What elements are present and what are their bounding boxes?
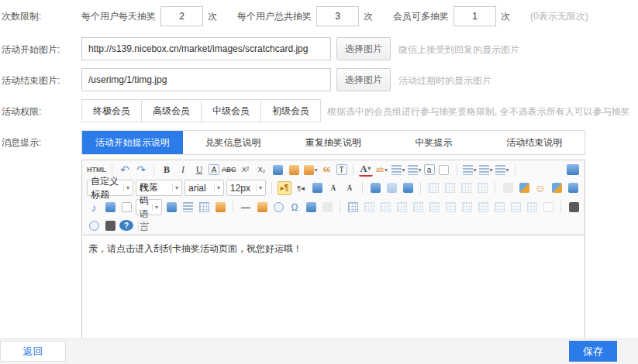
strikethrough-icon[interactable]: ABC <box>222 163 236 177</box>
columns-icon[interactable] <box>197 201 211 215</box>
anchor-icon[interactable] <box>401 181 415 195</box>
paste-icon[interactable] <box>136 218 150 232</box>
video-icon-glyph <box>568 183 578 193</box>
map-icon[interactable] <box>164 201 178 215</box>
print-icon[interactable] <box>567 201 581 215</box>
message-tab-4[interactable]: 活动结束说明 <box>484 131 585 154</box>
limit-field-input-1[interactable] <box>316 6 359 26</box>
border-text-icon[interactable]: A <box>209 164 219 175</box>
search-replace-icon[interactable] <box>103 218 117 232</box>
highlight-color-icon[interactable]: ab▾ <box>375 163 389 177</box>
unlink-icon[interactable] <box>385 181 398 195</box>
message-tab-2[interactable]: 重复抽奖说明 <box>283 131 384 154</box>
limit-field-0: 每个用户每天抽奖次 <box>81 6 237 26</box>
ordered-list-icon[interactable]: ▾ <box>391 163 405 177</box>
member-option-2[interactable]: 中级会员 <box>201 99 261 122</box>
superscript-icon[interactable]: X² <box>239 163 253 177</box>
save-button[interactable]: 保存 <box>569 341 617 362</box>
limit-field-input-0[interactable] <box>160 6 203 26</box>
split-col-icon[interactable] <box>525 201 539 215</box>
style-select[interactable]: 自定义标题▾ <box>87 180 133 196</box>
music-icon[interactable]: ♪ <box>87 201 101 215</box>
paragraph-format-icon[interactable] <box>310 181 324 195</box>
unordered-list-icon[interactable]: ▾ <box>408 163 422 177</box>
split-row-icon[interactable] <box>509 201 522 215</box>
code-language-select[interactable]: 代码语言▾ <box>136 199 162 215</box>
insert-table-icon[interactable] <box>346 201 360 215</box>
snapshot-icon[interactable] <box>213 201 227 215</box>
start-image-input[interactable] <box>81 37 331 60</box>
paragraph-spacing-icon[interactable]: ▾ <box>479 163 493 177</box>
font-size-select[interactable]: 12px▾ <box>226 180 266 196</box>
message-tab-1[interactable]: 兑奖信息说明 <box>183 131 284 154</box>
auto-typeset-icon[interactable]: ▾ <box>304 163 318 177</box>
lowercase-icon[interactable]: Ǎ <box>343 181 357 195</box>
fullscreen-icon[interactable] <box>566 163 580 177</box>
indent-icon[interactable]: ▾ <box>463 163 477 177</box>
doc-template-icon[interactable] <box>541 201 555 215</box>
anchor-text-icon[interactable]: a <box>424 164 435 175</box>
paste-text-icon[interactable]: T <box>336 164 347 175</box>
chart-icon[interactable] <box>304 201 318 215</box>
merge-right-icon[interactable] <box>460 201 474 215</box>
message-tab-0[interactable]: 活动开始提示说明 <box>82 131 183 154</box>
uppercase-icon[interactable]: Â <box>326 181 340 195</box>
image-inline-icon[interactable] <box>443 181 457 195</box>
insert-frame-icon[interactable] <box>119 201 133 215</box>
start-image-pick-button[interactable]: 选择图片 <box>336 37 391 60</box>
blank-doc-icon[interactable] <box>437 163 451 177</box>
insert-image-icon-glyph <box>519 183 529 193</box>
font-color-icon[interactable]: A▾ <box>359 163 373 177</box>
eraser-icon[interactable] <box>271 163 285 177</box>
redo-icon[interactable]: ↷ <box>134 163 148 177</box>
delete-col-icon[interactable] <box>427 201 441 215</box>
time-icon[interactable] <box>271 201 285 215</box>
row-permission: 活动权限: 终极会员高级会员中级会员初级会员 根据选中的会员组进行参与抽奖资格限… <box>2 99 638 122</box>
attachment-icon[interactable] <box>103 201 117 215</box>
link-icon[interactable] <box>368 181 382 195</box>
toolbar-separator <box>495 182 495 194</box>
image-block-icon[interactable] <box>475 181 489 195</box>
merge-cells-icon[interactable] <box>443 201 457 215</box>
help-icon[interactable]: ? <box>119 220 133 231</box>
member-option-3[interactable]: 初级会员 <box>260 99 321 122</box>
rtl-icon[interactable]: ¶◂ <box>294 181 308 195</box>
insert-row-icon[interactable] <box>378 201 392 215</box>
delete-row-icon[interactable] <box>411 201 425 215</box>
line-height-icon[interactable]: ▾ <box>495 163 509 177</box>
blockquote-icon[interactable]: 66 <box>320 163 334 177</box>
image-align-right-icon[interactable] <box>459 181 473 195</box>
preview-icon[interactable] <box>87 218 101 232</box>
emoticon-icon[interactable]: ☺ <box>533 181 547 195</box>
member-option-0[interactable]: 终极会员 <box>81 99 142 122</box>
delete-table-icon[interactable] <box>362 201 376 215</box>
subscript-icon[interactable]: X₂ <box>255 163 269 177</box>
special-char-icon[interactable]: Ω <box>288 201 302 215</box>
unordered-list-icon-glyph <box>408 165 418 175</box>
merge-down-icon[interactable] <box>476 201 490 215</box>
limit-field-input-2[interactable] <box>453 6 496 26</box>
end-image-input[interactable] <box>81 68 331 91</box>
date-icon[interactable] <box>255 201 269 215</box>
ltr-icon[interactable]: ▸¶ <box>278 181 291 195</box>
video-icon[interactable] <box>566 181 580 195</box>
insert-col-icon[interactable] <box>395 201 409 215</box>
split-cell-icon[interactable] <box>492 201 506 215</box>
insert-image-icon[interactable] <box>517 181 531 195</box>
end-image-pick-button[interactable]: 选择图片 <box>336 68 391 91</box>
formula-icon[interactable] <box>320 201 334 215</box>
format-brush-icon[interactable] <box>288 163 302 177</box>
member-option-1[interactable]: 高级会员 <box>141 99 202 122</box>
italic-icon[interactable]: I <box>176 163 190 177</box>
scrawl-icon[interactable] <box>550 181 564 195</box>
font-family-select[interactable]: arial▾ <box>185 180 224 196</box>
horizontal-rule-icon[interactable]: — <box>239 201 253 215</box>
back-button[interactable]: 返回 <box>0 341 66 362</box>
limit-field-suffix: 次 <box>501 10 510 23</box>
pagebreak-icon[interactable] <box>181 201 195 215</box>
message-tab-3[interactable]: 中奖提示 <box>384 131 485 154</box>
image-align-left-icon[interactable] <box>426 181 440 195</box>
image-icon[interactable] <box>501 181 515 195</box>
bold-icon[interactable]: B <box>160 163 174 177</box>
underline-icon[interactable]: U <box>192 163 206 177</box>
